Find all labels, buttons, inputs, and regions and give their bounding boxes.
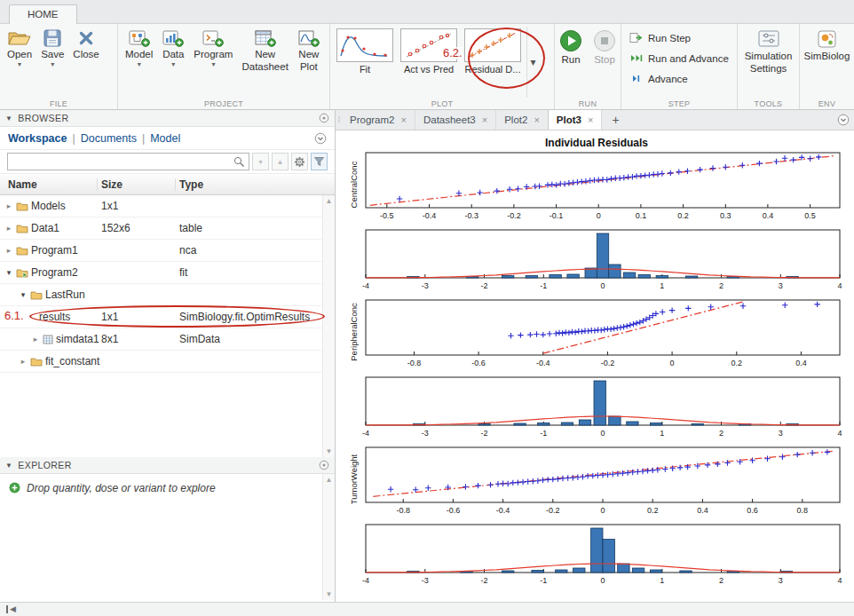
scroll-down-icon[interactable]: ▼ (326, 447, 333, 455)
save-button[interactable]: Save ▾ (36, 27, 68, 70)
table-row-models[interactable]: ▸Models 1x1 (0, 195, 335, 217)
table-row-results[interactable]: results 1x1 SimBiology.fit.OptimResults (0, 306, 335, 328)
browser-scrollbar[interactable]: ▲ ▼ (322, 195, 335, 457)
filter-button[interactable] (311, 153, 328, 170)
nav-model[interactable]: Model (150, 132, 180, 145)
run-icon (559, 29, 582, 52)
expand-collapsed-icon[interactable]: ▸ (4, 246, 13, 255)
explorer-header[interactable]: ▼ EXPLORER (0, 457, 335, 474)
tab-plot3[interactable]: Plot3 × (548, 110, 603, 130)
peripheralconc-histogram-plot[interactable]: -4-3-2-101234 (360, 375, 844, 442)
explorer-collapse-icon[interactable]: ▼ (5, 462, 12, 470)
peripheralconc-residual-plot[interactable]: -0.8-0.6-0.4-0.200.20.4 (360, 297, 844, 372)
explorer-menu-icon[interactable] (319, 460, 329, 470)
table-row-simdata1[interactable]: ▸simdata1 8x1 SimData (0, 328, 335, 351)
tumorweight-residual-plot[interactable]: -0.8-0.6-0.4-0.200.20.40.60.8 (360, 445, 844, 519)
save-dropdown-icon[interactable]: ▾ (51, 61, 54, 67)
tab-datasheet3[interactable]: Datasheet3 × (415, 110, 496, 130)
svg-text:-0.6: -0.6 (447, 506, 461, 515)
tab-plot2[interactable]: Plot2 × (496, 110, 549, 130)
table-row-lastrun[interactable]: ▾LastRun (0, 284, 335, 306)
model-button[interactable]: Model ▾ (121, 27, 157, 70)
collapse-panel-arrow-icon[interactable]: ◀ (10, 605, 16, 613)
browser-collapse-icon[interactable]: ▼ (5, 115, 12, 122)
scroll-up-icon[interactable]: ▲ (326, 197, 333, 205)
simulation-settings-button[interactable]: Simulation Settings (740, 27, 796, 76)
expand-collapsed-icon[interactable]: ▸ (19, 357, 28, 366)
nav-documents[interactable]: Documents (81, 132, 137, 145)
search-prev-icon[interactable]: ▾ (252, 153, 269, 170)
tab-program2[interactable]: Program2 × (342, 110, 415, 130)
program-button[interactable]: Program ▾ (189, 27, 237, 70)
fit-plot-button[interactable]: Fit (333, 27, 397, 76)
expand-expanded-icon[interactable]: ▾ (19, 290, 28, 299)
tab-label: Plot3 (557, 115, 581, 125)
run-step-button[interactable]: Run Step (624, 28, 734, 48)
close-button[interactable]: Close (68, 27, 103, 62)
tumorweight-histogram-plot[interactable]: -4-3-2-101234 (360, 522, 844, 589)
scroll-up-icon[interactable]: ▲ (326, 476, 333, 484)
expand-expanded-icon[interactable]: ▾ (4, 268, 13, 277)
row-type: nca (176, 244, 335, 257)
tab-list-dropdown-icon[interactable] (837, 114, 850, 126)
search-next-icon[interactable]: ▲ (272, 153, 289, 170)
table-row-program2[interactable]: ▾Program2 fit (0, 262, 335, 284)
centralconc-residual-plot[interactable]: -0.5-0.4-0.3-0.2-0.100.10.20.30.40.5 (360, 150, 844, 225)
plot-gallery-dropdown-icon[interactable]: ▾ (526, 27, 539, 98)
y-axis-label: TumorWeight (349, 454, 359, 504)
main-panel: ⁞ Program2 × Datasheet3 × Plot2 × Plot3 … (336, 110, 854, 602)
table-row-data1[interactable]: ▸Data1 152x6 table (0, 217, 335, 240)
ribbon: HOME Open ▾ Save ▾ Close FILE (0, 0, 854, 110)
svg-text:1: 1 (660, 281, 664, 290)
act-vs-pred-plot-button[interactable]: Act vs Pred (397, 27, 461, 76)
collapse-panel-icon[interactable] (6, 605, 8, 613)
tab-close-icon[interactable]: × (534, 115, 539, 125)
fit-plot-label: Fit (360, 64, 370, 75)
open-dropdown-icon[interactable]: ▾ (18, 61, 21, 67)
search-icon[interactable] (233, 156, 245, 168)
browser-menu-icon[interactable] (319, 113, 329, 123)
browser-header[interactable]: ▼ BROWSER (0, 110, 335, 127)
new-plot-button[interactable]: New Plot (293, 27, 325, 75)
open-button[interactable]: Open ▾ (3, 27, 36, 70)
svg-text:-0.4: -0.4 (423, 211, 437, 220)
tab-close-icon[interactable]: × (401, 115, 407, 125)
column-size[interactable]: Size (98, 178, 176, 191)
table-row-fit-constant[interactable]: ▸fit_constant (0, 351, 335, 373)
residual-plot-button[interactable]: Residual D... (461, 27, 525, 76)
data-button[interactable]: Data ▾ (157, 27, 189, 70)
search-settings-button[interactable] (291, 153, 308, 170)
run-and-advance-button[interactable]: Run and Advance (624, 48, 734, 68)
svg-text:-0.2: -0.2 (546, 506, 560, 515)
model-dropdown-icon[interactable]: ▾ (138, 61, 141, 67)
search-input[interactable] (7, 153, 249, 170)
column-name[interactable]: Name (0, 178, 98, 191)
svg-text:0.3: 0.3 (720, 211, 731, 220)
explorer-scrollbar[interactable]: ▲ ▼ (322, 474, 335, 600)
new-tab-button[interactable]: + (602, 110, 629, 130)
data-dropdown-icon[interactable]: ▾ (171, 61, 175, 67)
table-row-program1[interactable]: ▸Program1 nca (0, 240, 335, 262)
ribbon-section-tools: Simulation Settings TOOLS (738, 24, 800, 109)
tab-home[interactable]: HOME (9, 4, 77, 24)
tab-close-icon[interactable]: × (482, 115, 487, 125)
advance-button[interactable]: Advance (624, 68, 734, 89)
expand-collapsed-icon[interactable]: ▸ (4, 224, 13, 233)
scroll-down-icon[interactable]: ▼ (326, 590, 333, 598)
stop-button[interactable]: Stop (589, 27, 621, 67)
svg-text:1: 1 (660, 429, 664, 438)
new-model-icon (129, 29, 150, 47)
nav-dropdown-icon[interactable] (314, 132, 327, 145)
new-datasheet-button[interactable]: New Datasheet (237, 27, 292, 75)
splitter-grip-icon[interactable]: ⁞ (336, 110, 342, 130)
explorer-drop-zone[interactable]: Drop quantity, dose or variant to explor… (0, 474, 335, 602)
centralconc-histogram-plot[interactable]: -4-3-2-101234 (360, 227, 844, 295)
nav-workspace[interactable]: Workspace (8, 132, 67, 145)
expand-collapsed-icon[interactable]: ▸ (4, 201, 13, 210)
simbiology-env-button[interactable]: SimBiolog (803, 27, 851, 64)
tab-close-icon[interactable]: × (588, 115, 593, 125)
run-button[interactable]: Run (555, 27, 587, 67)
expand-collapsed-icon[interactable]: ▸ (31, 335, 40, 344)
program-dropdown-icon[interactable]: ▾ (211, 61, 215, 67)
column-type[interactable]: Type (176, 178, 335, 191)
